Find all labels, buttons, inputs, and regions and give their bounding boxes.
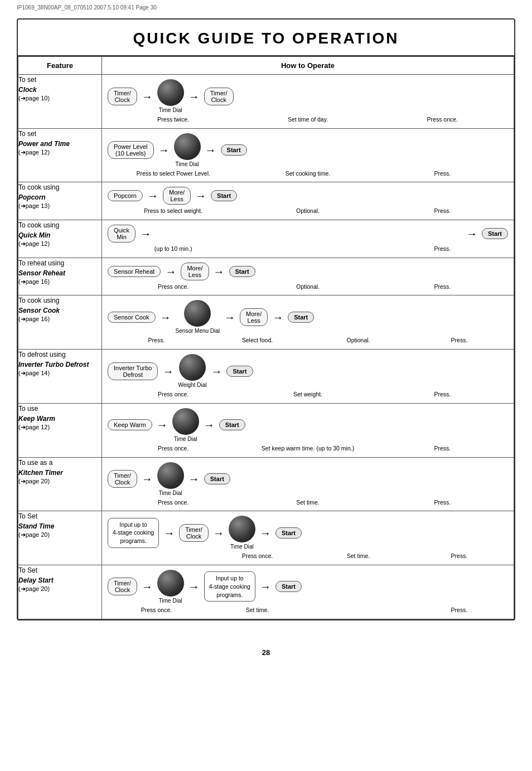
button-label: Timer/Clock bbox=[108, 578, 137, 595]
steps-visual: QuickMin→→Start bbox=[102, 220, 514, 244]
arrow-icon: → bbox=[188, 91, 200, 102]
table-row: To cook usingPopcorn(➜page 13)Popcorn→Mo… bbox=[18, 182, 514, 220]
how-cell: Sensor Reheat→More/Less→StartPress once.… bbox=[102, 258, 514, 295]
step-instruction: Press once. bbox=[108, 606, 205, 614]
dial-label-text: Time Dial bbox=[159, 490, 182, 496]
dial-label-text: Time Dial bbox=[174, 436, 197, 442]
arrow-icon: → bbox=[204, 419, 215, 430]
start-button[interactable]: Start bbox=[275, 581, 302, 592]
step-instruction: Set time. bbox=[209, 606, 306, 614]
step-instruction: Press. bbox=[410, 606, 508, 614]
steps-text: Press once.Set keep warm time. (up to 30… bbox=[102, 443, 514, 457]
start-button[interactable]: Start bbox=[204, 473, 230, 484]
start-button[interactable]: Start bbox=[221, 144, 247, 156]
table-row: To use as aKitchen Timer(➜page 20)Timer/… bbox=[18, 457, 514, 511]
button-label: Timer/Clock bbox=[179, 524, 209, 542]
button-label: More/Less bbox=[163, 187, 191, 205]
page-ref: (➜page 12) bbox=[18, 240, 101, 248]
arrow-icon: → bbox=[260, 581, 271, 592]
arrow-icon: → bbox=[211, 366, 222, 377]
page-ref: (➜page 14) bbox=[18, 370, 101, 377]
dial-label-text: Time Dial bbox=[159, 598, 182, 604]
steps-visual: Sensor Cook→Sensor Menu Dial→More/Less→S… bbox=[102, 295, 514, 335]
start-button[interactable]: Start bbox=[229, 266, 255, 277]
step-instruction: Press. bbox=[377, 444, 508, 453]
step-instruction: Press. bbox=[377, 498, 508, 507]
col-feature-header: Feature bbox=[18, 57, 102, 75]
steps-visual: Timer/Clock→Time Dial→Start bbox=[102, 458, 514, 497]
steps-text: (up to 10 min.)Press. bbox=[102, 244, 514, 258]
steps-text: Press once.Optional.Press. bbox=[102, 282, 514, 295]
page-footer: 28 bbox=[0, 637, 532, 668]
dial-icon bbox=[172, 408, 199, 435]
how-cell: Timer/Clock→Time Dial→Timer/ClockPress t… bbox=[102, 75, 514, 129]
step-instruction: Optional. bbox=[309, 336, 407, 345]
feature-cell: To setPower and Time(➜page 12) bbox=[18, 128, 102, 182]
step-instruction: Set time of day. bbox=[242, 115, 373, 124]
dial-icon bbox=[157, 462, 184, 489]
how-cell: Keep Warm→Time Dial→StartPress once.Set … bbox=[102, 403, 514, 457]
arrow-icon: → bbox=[224, 312, 235, 323]
feature-name: To SetStand Time bbox=[18, 511, 101, 531]
dial-label-text: Time Dial bbox=[176, 161, 199, 167]
start-button[interactable]: Start bbox=[288, 312, 314, 323]
guide-table: Feature How to Operate To setClock(➜page… bbox=[18, 56, 514, 619]
arrow-icon: → bbox=[142, 473, 153, 484]
page-header: IP1069_38N00AP_08_070510 2007.5.10 09:41… bbox=[0, 0, 532, 13]
feature-name: To useKeep Warm bbox=[18, 404, 101, 424]
page-ref: (➜page 12) bbox=[18, 149, 101, 156]
step-instruction: Set time. bbox=[242, 498, 373, 507]
steps-text: Press once.Set time.Press. bbox=[102, 605, 514, 619]
step-instruction: Press to select Power Level. bbox=[108, 169, 239, 178]
table-row: To setPower and Time(➜page 12)Power Leve… bbox=[18, 128, 514, 182]
arrow-icon: → bbox=[142, 581, 153, 592]
how-cell: Inverter TurboDefrost→Weight Dial→StartP… bbox=[102, 350, 514, 404]
header-text: IP1069_38N00AP_08_070510 2007.5.10 09:41… bbox=[17, 4, 157, 11]
feature-name: To SetDelay Start bbox=[18, 565, 101, 585]
start-button[interactable]: Start bbox=[482, 228, 508, 239]
how-cell: Power Level(10 Levels)→Time Dial→StartPr… bbox=[102, 128, 514, 182]
arrow-icon: → bbox=[160, 312, 171, 323]
feature-cell: To cook usingQuick Min(➜page 12) bbox=[18, 220, 102, 258]
start-button[interactable]: Start bbox=[211, 190, 237, 201]
steps-visual: Timer/Clock→Time Dial→Input up to4-stage… bbox=[102, 565, 514, 605]
page-ref: (➜page 16) bbox=[18, 278, 101, 285]
step-instruction: Press. bbox=[377, 169, 508, 178]
step-instruction: Press. bbox=[410, 336, 508, 345]
start-button[interactable]: Start bbox=[219, 419, 245, 430]
feature-cell: To SetDelay Start(➜page 20) bbox=[18, 565, 102, 619]
step-instruction: Press. bbox=[377, 245, 508, 253]
page-ref: (➜page 20) bbox=[18, 478, 101, 485]
step-instruction: Press. bbox=[377, 207, 508, 215]
table-row: To setClock(➜page 10)Timer/Clock→Time Di… bbox=[18, 75, 514, 129]
step-instruction: Optional. bbox=[242, 207, 373, 215]
step-instruction: Press once. bbox=[377, 115, 508, 124]
steps-visual: Timer/Clock→Time Dial→Timer/Clock bbox=[102, 75, 514, 114]
button-label: More/Less bbox=[181, 263, 209, 280]
feature-name: To reheat usingSensor Reheat bbox=[18, 258, 101, 278]
start-button[interactable]: Start bbox=[275, 527, 302, 539]
arrow-icon: → bbox=[157, 419, 168, 430]
steps-text: Press once.Set time.Press. bbox=[102, 497, 514, 511]
button-label: Power Level(10 Levels) bbox=[108, 141, 154, 159]
arrow-icon: → bbox=[140, 228, 151, 239]
feature-name: To setClock bbox=[18, 75, 101, 95]
table-row: To reheat usingSensor Reheat(➜page 16)Se… bbox=[18, 258, 514, 295]
dial-icon bbox=[157, 79, 184, 106]
steps-text: Press once.Set weight.Press. bbox=[102, 389, 514, 403]
table-row: To SetDelay Start(➜page 20)Timer/Clock→T… bbox=[18, 565, 514, 619]
steps-visual: Power Level(10 Levels)→Time Dial→Start bbox=[102, 129, 514, 168]
feature-cell: To reheat usingSensor Reheat(➜page 16) bbox=[18, 258, 102, 295]
start-button[interactable]: Start bbox=[226, 366, 253, 377]
arrow-icon: → bbox=[188, 473, 200, 484]
how-cell: Timer/Clock→Time Dial→Input up to4-stage… bbox=[102, 565, 514, 619]
steps-visual: Popcorn→More/Less→Start bbox=[102, 182, 514, 206]
step-instruction: Optional. bbox=[242, 283, 373, 291]
arrow-icon: → bbox=[147, 190, 158, 201]
page-ref: (➜page 12) bbox=[18, 424, 101, 431]
arrow-icon: → bbox=[205, 144, 216, 156]
dial-icon bbox=[229, 516, 255, 542]
table-row: To useKeep Warm(➜page 12)Keep Warm→Time … bbox=[18, 403, 514, 457]
arrow-icon: → bbox=[214, 266, 225, 277]
page-title: QUICK GUIDE TO OPERATION bbox=[18, 20, 514, 56]
